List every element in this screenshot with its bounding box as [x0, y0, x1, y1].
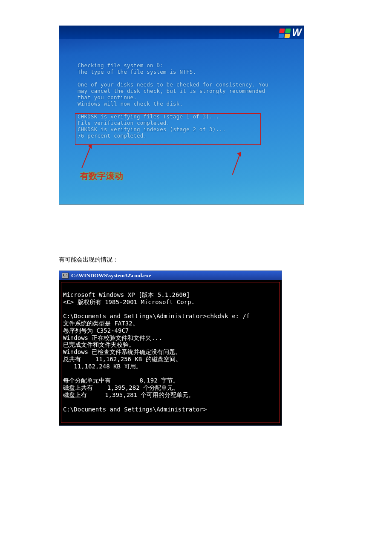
cmd-line [63, 305, 66, 312]
cmd-line: Windows 已检查文件系统并确定没有问题。 [63, 348, 181, 355]
annotation-text: 有数字滚动 [80, 170, 123, 182]
cmd-titlebar: C:\ C:\WINDOWS\system32\cmd.exe [59, 271, 282, 280]
cmd-line: Microsoft Windows XP [版本 5.1.2600] [63, 291, 190, 298]
cmd-line: 已完成文件和文件夹校验。 [63, 341, 135, 348]
cmd-line: C:\Documents and Settings\Administrator>… [63, 313, 250, 319]
cmd-screenshot: C:\ C:\WINDOWS\system32\cmd.exe Microsof… [59, 270, 282, 426]
chkdsk-line: Windows will now check the disk. [78, 101, 287, 107]
chkdsk-screenshot: W Checking file system on D: The type of… [59, 26, 304, 205]
cmd-line: 每个分配单元中有 8,192 字节。 [63, 377, 179, 384]
cmd-line: 总共有 11,162,256 KB 的磁盘空间。 [63, 356, 182, 362]
chkdsk-line: One of your disks needs to be checked fo… [78, 81, 287, 88]
caption-text: 有可能会出现的情况： [59, 256, 392, 264]
chkdsk-line: that you continue. [78, 94, 287, 101]
chkdsk-line: may cancel the disk check, but it is str… [78, 88, 287, 94]
annotation-arrowhead-icon [237, 152, 243, 158]
cmd-line [63, 370, 66, 377]
cmd-line: 11,162,248 KB 可用。 [63, 363, 142, 370]
cmd-output: Microsoft Windows XP [版本 5.1.2600] <C> 版… [61, 282, 280, 423]
cmd-line: 磁盘上共有 1,395,282 个分配单元。 [63, 384, 179, 391]
windows-logo-icon: W [279, 26, 302, 38]
cmd-line: 文件系统的类型是 FAT32。 [63, 320, 138, 327]
cmd-line: 卷序列号为 C352-49C7 [63, 327, 129, 334]
cmd-line: <C> 版权所有 1985-2001 Microsoft Corp. [63, 299, 195, 305]
windows-boot-header: W [59, 26, 304, 39]
cmd-line: C:\Documents and Settings\Administrator> [63, 406, 207, 413]
cmd-titlebar-icon: C:\ [62, 273, 69, 279]
windows-logo-letter: W [292, 26, 302, 38]
windows-flag-icon [279, 29, 291, 38]
cmd-title-text: C:\WINDOWS\system32\cmd.exe [71, 272, 151, 279]
cmd-line [63, 399, 66, 405]
cmd-line: Windows 正在校验文件和文件夹... [63, 334, 162, 341]
cmd-line: 磁盘上有 1,395,281 个可用的分配单元。 [63, 391, 194, 398]
highlight-box [75, 113, 261, 145]
chkdsk-line: Checking file system on D: [78, 62, 287, 69]
chkdsk-line: The type of the file system is NTFS. [78, 69, 287, 75]
document-page: W Checking file system on D: The type of… [0, 0, 392, 451]
